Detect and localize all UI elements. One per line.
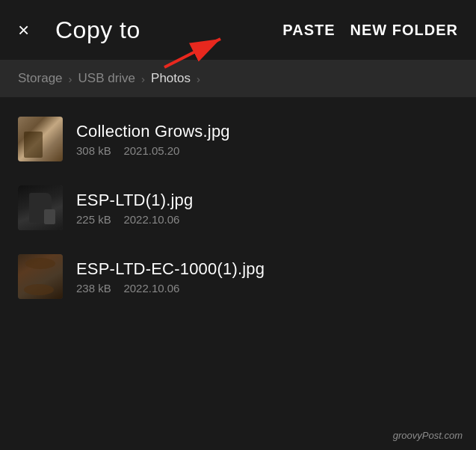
file-thumbnail [18,117,63,161]
file-info: ESP-LTD-EC-1000(1).jpg 238 kB 2022.10.06 [76,259,458,295]
breadcrumb-sep-3: › [197,73,200,85]
file-name: ESP-LTD-EC-1000(1).jpg [76,259,458,279]
file-name: Collection Grows.jpg [76,122,458,141]
breadcrumb-sep-2: › [141,73,145,85]
file-thumbnail [18,185,63,230]
header: × Copy to PASTE NEW FOLDER [0,0,476,60]
new-folder-button[interactable]: NEW FOLDER [350,22,458,39]
file-meta: 225 kB 2022.10.06 [76,213,458,226]
paste-button[interactable]: PASTE [282,22,335,39]
file-date: 2021.05.20 [123,144,179,157]
watermark: groovyPost.com [393,430,463,441]
close-button[interactable]: × [18,20,40,40]
page-title: Copy to [55,16,268,44]
breadcrumb-sep-1: › [69,73,72,85]
file-size: 308 kB [76,144,111,157]
file-date: 2022.10.06 [123,213,179,226]
file-date: 2022.10.06 [123,282,179,295]
file-info: ESP-LTD(1).jpg 225 kB 2022.10.06 [76,191,458,226]
file-size: 238 kB [76,282,111,295]
file-thumbnail [18,254,63,299]
file-meta: 238 kB 2022.10.06 [76,282,458,295]
file-size: 225 kB [76,213,111,226]
table-row[interactable]: Collection Grows.jpg 308 kB 2021.05.20 [0,105,476,173]
file-name: ESP-LTD(1).jpg [76,191,458,210]
breadcrumb: Storage › USB drive › Photos › [0,60,476,97]
file-meta: 308 kB 2021.05.20 [76,144,458,157]
breadcrumb-photos[interactable]: Photos [151,71,191,86]
file-info: Collection Grows.jpg 308 kB 2021.05.20 [76,122,458,157]
table-row[interactable]: ESP-LTD(1).jpg 225 kB 2022.10.06 [0,173,476,242]
breadcrumb-usb[interactable]: USB drive [78,71,136,86]
breadcrumb-storage[interactable]: Storage [18,71,63,86]
file-list: Collection Grows.jpg 308 kB 2021.05.20 E… [0,97,476,318]
table-row[interactable]: ESP-LTD-EC-1000(1).jpg 238 kB 2022.10.06 [0,242,476,311]
